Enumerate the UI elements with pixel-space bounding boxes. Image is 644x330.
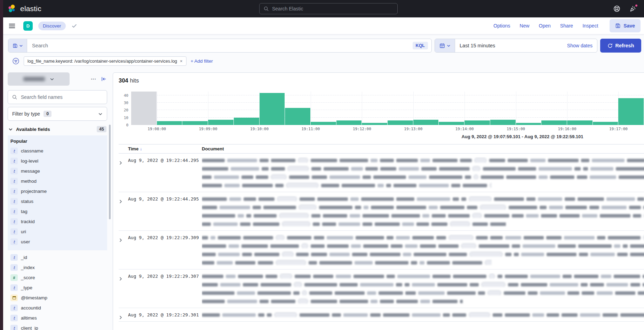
kql-language-button[interactable]: KQL (413, 42, 428, 49)
discover-app-badge: D (23, 21, 33, 31)
saved-query-menu-button[interactable] (8, 39, 27, 52)
time-range-display[interactable]: Last 15 minutes Show dates (455, 39, 597, 52)
histogram-bar[interactable] (208, 120, 233, 125)
histogram-bar[interactable] (234, 118, 259, 125)
add-filter-button[interactable]: + Add filter (191, 58, 213, 64)
histogram-bar[interactable] (490, 120, 516, 125)
time-column-header[interactable]: Time↓ (128, 146, 202, 151)
histogram-plot[interactable] (131, 92, 644, 125)
histogram-bar[interactable] (541, 120, 567, 125)
field-item[interactable]: tmethod (10, 176, 107, 186)
expand-row-button[interactable] (119, 273, 128, 306)
field-item[interactable]: tprojectname (10, 186, 107, 196)
field-item[interactable]: tlog-level (10, 156, 107, 166)
global-search-input[interactable]: Search Elastic (259, 3, 398, 14)
field-item[interactable]: tmessage (10, 166, 107, 176)
histogram-bar[interactable] (285, 108, 310, 125)
field-item[interactable]: tclient_ip (10, 323, 107, 330)
expand-row-button[interactable] (119, 196, 128, 229)
histogram-bar[interactable] (567, 120, 593, 125)
redacted-blob (226, 275, 236, 278)
remove-filter-icon[interactable]: × (180, 58, 183, 64)
field-name: tag (21, 209, 27, 214)
new-button[interactable]: New (520, 23, 530, 29)
histogram-bar[interactable] (439, 122, 464, 125)
data-view-selector[interactable] (8, 72, 70, 86)
save-button[interactable]: Save (610, 19, 641, 32)
query-search-input[interactable]: Search KQL (27, 39, 431, 52)
show-dates-button[interactable]: Show dates (567, 43, 593, 48)
field-item[interactable]: @timestamp (10, 293, 107, 303)
filters-menu-icon[interactable] (12, 57, 19, 65)
redacted-blob (351, 167, 363, 171)
field-item[interactable]: turi (10, 227, 107, 237)
histogram-bar[interactable] (388, 120, 413, 125)
elastic-brand[interactable]: elastic (8, 4, 41, 13)
filter-by-type-select[interactable]: Filter by type 0 (8, 107, 107, 121)
open-button[interactable]: Open (539, 23, 551, 29)
field-item[interactable]: t_type (10, 283, 107, 293)
expand-row-button[interactable] (119, 234, 128, 268)
field-item[interactable]: ttrackid (10, 217, 107, 227)
redacted-blob (438, 244, 459, 248)
histogram-bar[interactable] (618, 98, 644, 125)
redacted-blob (601, 275, 611, 278)
field-item[interactable]: tuser (10, 237, 107, 247)
redacted-blob (481, 282, 506, 287)
menu-hamburger-icon[interactable] (8, 22, 16, 30)
help-icon[interactable] (613, 5, 621, 13)
redacted-blob (363, 214, 389, 218)
filter-pill[interactable]: log_file_name.keyword: /var/log/containe… (24, 56, 186, 66)
redacted-blob (210, 236, 215, 239)
expand-row-button[interactable] (119, 312, 128, 320)
redacted-blob (452, 261, 482, 265)
expand-row-button[interactable] (119, 157, 128, 190)
field-item[interactable]: tstatus (10, 196, 107, 206)
field-item[interactable]: tclassname (10, 146, 107, 156)
date-picker-group: Last 15 minutes Show dates (435, 39, 597, 53)
redacted-blob (313, 222, 320, 226)
redacted-blob (202, 275, 223, 278)
brand-name: elastic (20, 5, 41, 13)
redacted-blob (217, 261, 233, 265)
refresh-button[interactable]: Refresh (600, 39, 641, 53)
field-item[interactable]: ttag (10, 206, 107, 217)
histogram-bar[interactable] (311, 122, 336, 125)
field-search-input[interactable]: Search field names (8, 90, 107, 104)
redacted-blob (304, 283, 337, 286)
field-item[interactable]: t_id (10, 252, 107, 262)
inspect-button[interactable]: Inspect (582, 23, 598, 29)
redacted-blob (295, 275, 311, 278)
breadcrumb[interactable]: Discover (38, 22, 66, 30)
redacted-blob (241, 175, 253, 179)
sidebar-options-icon[interactable]: ▪▪▪ (91, 77, 96, 81)
newsfeed-icon[interactable] (629, 5, 637, 13)
sidebar-scrollbar[interactable] (109, 125, 111, 219)
redacted-blob (408, 175, 427, 179)
redacted-blob (360, 283, 393, 286)
redacted-blob (412, 313, 440, 317)
histogram-bar[interactable] (336, 120, 362, 125)
histogram-bar[interactable] (260, 93, 285, 125)
share-button[interactable]: Share (560, 23, 573, 29)
field-name: message (21, 168, 40, 174)
field-item[interactable]: #_score (10, 273, 107, 283)
redacted-blob (299, 205, 317, 210)
redacted-blob (293, 291, 300, 295)
collapse-sidebar-icon[interactable] (101, 76, 106, 82)
histogram-bar[interactable] (157, 121, 182, 125)
partial-data-band[interactable] (131, 92, 157, 125)
histogram-bar[interactable] (593, 122, 618, 125)
histogram-bar[interactable] (413, 120, 439, 125)
redacted-blob (606, 283, 628, 286)
available-fields-toggle[interactable]: Available fields 45 (8, 126, 106, 132)
date-quick-select-button[interactable] (435, 39, 455, 52)
field-item[interactable]: t_index (10, 262, 107, 273)
x-axis-label: 19:08:00 (148, 127, 166, 131)
histogram-bar[interactable] (182, 121, 208, 125)
field-item[interactable]: talltimes (10, 313, 107, 323)
histogram-bar[interactable] (464, 120, 490, 125)
field-item[interactable]: taccountid (10, 303, 107, 313)
options-button[interactable]: Options (493, 23, 510, 29)
redacted-blob (481, 175, 504, 179)
